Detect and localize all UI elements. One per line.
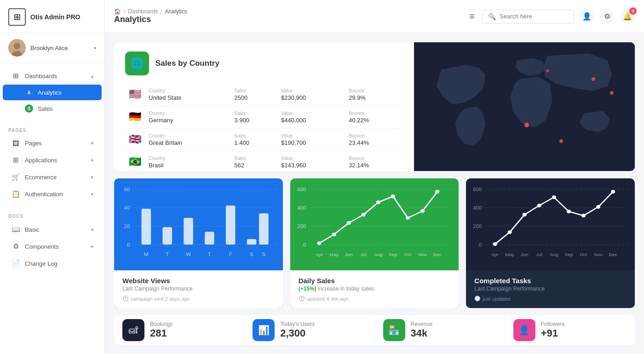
svg-text:400: 400 — [473, 206, 482, 211]
clock-icon-3: 🕐 — [474, 296, 481, 302]
sidebar-item-sales[interactable]: S Sales — [3, 101, 102, 116]
search-input[interactable] — [500, 13, 559, 20]
svg-rect-21 — [226, 206, 236, 245]
search-box[interactable]: 🔍 — [482, 10, 574, 23]
daily-sales-title: Daily Sales — [299, 277, 451, 285]
bookings-icon: 🛋 — [122, 319, 144, 341]
svg-point-69 — [552, 195, 556, 199]
logo-icon: ⊞ — [8, 8, 26, 26]
svg-text:M: M — [144, 252, 149, 257]
svg-point-40 — [332, 233, 336, 236]
completed-tasks-info: Completed Tasks Last Campaign Performanc… — [466, 270, 635, 308]
completed-tasks-subtitle: Last Campaign Performance — [474, 285, 627, 292]
svg-text:20: 20 — [124, 224, 130, 229]
components-icon: ⚙ — [11, 242, 20, 251]
settings-icon[interactable]: ⚙ — [600, 9, 615, 24]
user-icon[interactable]: 👤 — [580, 9, 594, 24]
svg-point-42 — [361, 213, 365, 217]
breadcrumb-current: Analytics — [165, 8, 187, 15]
sidebar-authentication-label: Authentication — [25, 191, 63, 198]
breadcrumb-dashboards[interactable]: Dashboards — [128, 8, 158, 15]
sales-table-section: 🌐 Sales by Country 🇺🇸 Country: United St… — [114, 42, 414, 171]
ecommerce-icon: 🛒 — [11, 173, 20, 181]
svg-text:May: May — [329, 252, 339, 257]
svg-text:May: May — [506, 252, 515, 257]
svg-rect-19 — [184, 218, 193, 245]
sidebar-logo: ⊞ Otis Admin PRO — [0, 0, 104, 33]
svg-point-73 — [611, 190, 615, 194]
svg-point-4 — [524, 123, 529, 127]
main-content: 🏠 / Dashboards / Analytics Analytics ≡ 🔍… — [105, 0, 644, 354]
completed-tasks-title: Completed Tasks — [474, 277, 627, 285]
svg-text:0: 0 — [479, 242, 482, 247]
svg-text:Jul: Jul — [536, 252, 542, 257]
svg-text:60: 60 — [124, 187, 130, 192]
nav-dashboards-section: ⊞ Dashboards ▴ A Analytics S Sales — [0, 63, 104, 120]
content-area: 🌐 Sales by Country 🇺🇸 Country: United St… — [105, 33, 644, 354]
sidebar-item-basic[interactable]: 📖 Basic ▾ — [3, 221, 102, 238]
sidebar-item-ecommerce[interactable]: 🛒 Ecommerce ▾ — [3, 169, 102, 185]
sidebar-item-authentication[interactable]: 📋 Authentication ▾ — [3, 186, 102, 202]
sidebar-item-applications[interactable]: ⊞ Applications ▾ — [3, 152, 102, 168]
svg-point-68 — [537, 204, 541, 207]
docs-section-label: DOCS — [0, 210, 104, 221]
svg-text:Dec: Dec — [433, 252, 441, 257]
svg-point-43 — [376, 200, 380, 204]
sales-card-icon: 🌐 — [125, 51, 149, 75]
svg-point-45 — [406, 216, 410, 220]
svg-rect-17 — [142, 209, 151, 245]
sidebar-user[interactable]: Brooklyn Alice ▾ — [0, 33, 104, 63]
sidebar-ecommerce-label: Ecommerce — [25, 174, 57, 181]
hamburger-icon[interactable]: ≡ — [467, 9, 477, 23]
website-views-chart: 60 40 20 0 M T — [114, 178, 283, 270]
changelog-icon: 📄 — [11, 259, 20, 268]
daily-sales-card: 600 400 200 0 — [290, 178, 459, 308]
ecommerce-chevron-icon: ▾ — [91, 175, 93, 180]
notifications-icon[interactable]: 🔔 9 — [620, 9, 635, 24]
svg-point-65 — [493, 242, 497, 246]
table-row: 🇬🇧 Country: Great Britain Sales: 1.400 V… — [125, 129, 403, 151]
sidebar-item-changelog[interactable]: 📄 Change Log — [3, 255, 102, 272]
svg-text:200: 200 — [473, 224, 482, 229]
sidebar-item-pages[interactable]: 🖼 Pages ▾ — [3, 135, 102, 151]
stat-bookings: 🛋 Bookings 281 — [114, 315, 244, 345]
sales-by-country-card: 🌐 Sales by Country 🇺🇸 Country: United St… — [114, 42, 635, 171]
breadcrumb-wrapper: 🏠 / Dashboards / Analytics Analytics — [114, 8, 462, 24]
svg-point-67 — [523, 213, 527, 217]
clock-icon: 🕐 — [122, 296, 129, 302]
daily-sales-info: Daily Sales (+15%) increase in today sal… — [290, 270, 459, 308]
stat-today-users: 📊 Today's Users 2,300 — [244, 315, 374, 345]
svg-rect-23 — [259, 213, 269, 245]
card-header: 🌐 Sales by Country — [125, 51, 403, 75]
sales-initial: S — [25, 104, 33, 113]
sidebar-item-dashboards[interactable]: ⊞ Dashboards ▴ — [3, 68, 102, 84]
svg-text:S: S — [250, 252, 253, 257]
svg-rect-20 — [205, 232, 214, 245]
revenue-icon: 🏪 — [383, 319, 405, 341]
svg-text:Apr: Apr — [316, 252, 323, 257]
sidebar-item-components[interactable]: ⚙ Components ▾ — [3, 238, 102, 255]
app-name: Otis Admin PRO — [30, 13, 80, 21]
stats-bar: 🛋 Bookings 281 📊 Today's Users 2,300 🏪 R… — [114, 315, 635, 345]
world-map — [414, 42, 635, 171]
stat-revenue: 🏪 Revenue 34k — [375, 315, 505, 345]
map-section — [414, 42, 635, 171]
svg-point-44 — [391, 194, 395, 198]
nav-docs-section: DOCS 📖 Basic ▾ ⚙ Components ▾ 📄 Change L… — [0, 206, 104, 276]
svg-text:Jun: Jun — [345, 252, 353, 257]
svg-text:Apr: Apr — [491, 252, 499, 257]
svg-point-71 — [581, 214, 586, 217]
header: 🏠 / Dashboards / Analytics Analytics ≡ 🔍… — [105, 0, 644, 33]
svg-point-46 — [420, 209, 425, 213]
svg-text:W: W — [186, 252, 191, 257]
clock-icon-2: 🕐 — [299, 296, 305, 302]
svg-text:Oct: Oct — [404, 252, 411, 257]
sales-card-title: Sales by Country — [155, 59, 219, 68]
sidebar-item-analytics[interactable]: A Analytics — [3, 85, 102, 100]
completed-tasks-chart: 600 400 200 0 Apr — [466, 178, 635, 270]
svg-text:Aug: Aug — [374, 252, 382, 257]
website-views-subtitle: Last Campaign Performance — [122, 285, 275, 292]
svg-point-7 — [546, 69, 549, 72]
table-row: 🇺🇸 Country: United State Sales: 2500 Val… — [125, 84, 403, 106]
sidebar-pages-label: Pages — [25, 140, 42, 147]
